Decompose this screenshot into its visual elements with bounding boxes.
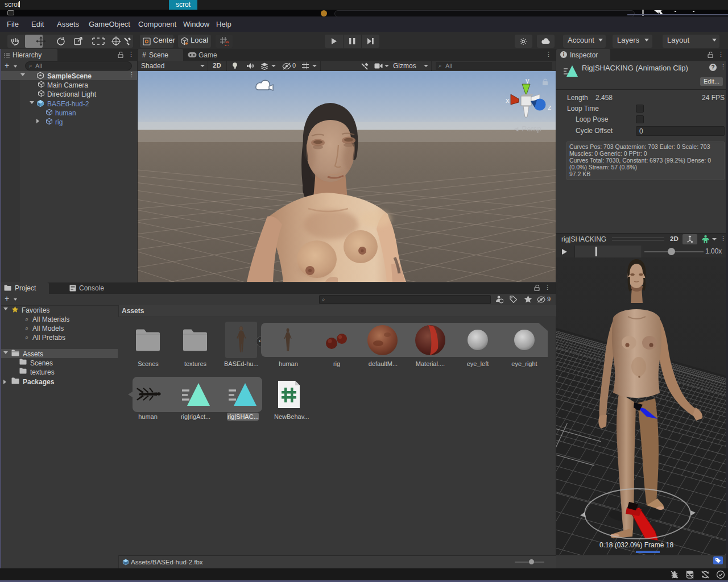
svg-text:0.18 (032.0%) Frame 18: 0.18 (032.0%) Frame 18 (599, 541, 673, 549)
svg-text:y: y (526, 76, 530, 85)
svg-text:x: x (506, 96, 510, 105)
svg-text:◄ Persp: ◄ Persp (512, 124, 541, 133)
svg-text:z: z (548, 103, 552, 111)
